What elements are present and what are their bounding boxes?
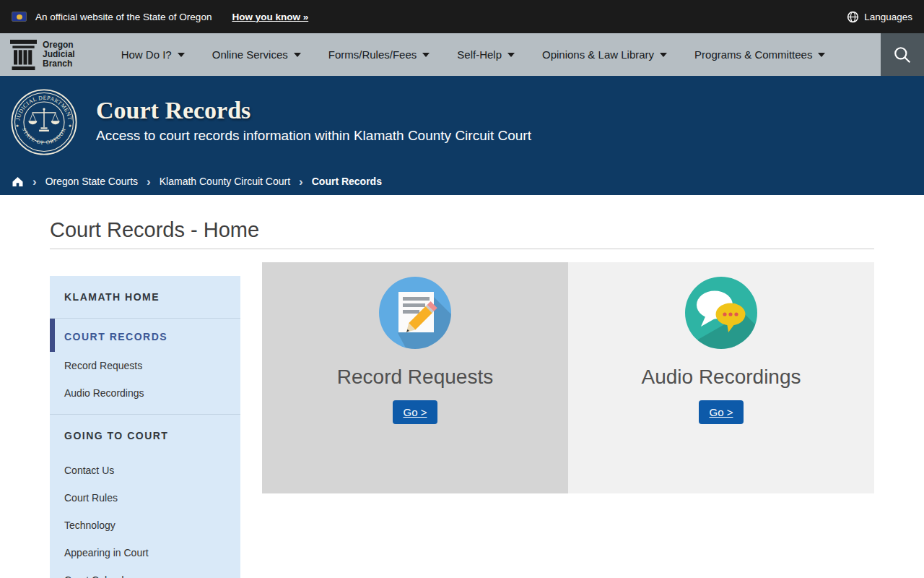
nav-item-online-services[interactable]: Online Services [199, 33, 315, 76]
courthouse-pillar-icon [10, 39, 37, 71]
breadcrumb: › Oregon State Courts › Klamath County C… [0, 168, 924, 195]
chevron-down-icon [294, 53, 301, 57]
main-navbar: Oregon Judicial Branch How Do I? Online … [0, 33, 924, 76]
search-button[interactable] [881, 33, 924, 76]
record-requests-icon [379, 277, 451, 349]
nav-item-opinions-law-library[interactable]: Opinions & Law Library [528, 33, 681, 76]
official-website-text: An official website of the State of Oreg… [35, 12, 212, 22]
breadcrumb-separator: › [32, 176, 37, 188]
seal-star-left: ★ [15, 124, 19, 128]
sidebar-item-appearing-in-court[interactable]: Appearing in Court [50, 539, 240, 566]
title-divider [50, 249, 874, 249]
sidebar-item-contact-us[interactable]: Contact Us [50, 457, 240, 484]
sidebar-item-going-to-court[interactable]: GOING TO COURT [50, 415, 240, 457]
home-icon[interactable] [12, 176, 24, 187]
oregon-flag-icon [12, 12, 27, 22]
globe-icon [847, 11, 859, 23]
breadcrumb-separator: › [299, 176, 303, 188]
chevron-down-icon [178, 53, 185, 57]
hero-subtitle: Access to court records information with… [96, 128, 531, 144]
record-requests-title: Record Requests [337, 366, 493, 389]
feature-cards: Record Requests Go > [262, 262, 874, 493]
ojb-logo-text: Oregon Judicial Branch [43, 40, 75, 69]
chevron-down-icon [507, 53, 515, 57]
sidebar-item-record-requests[interactable]: Record Requests [50, 352, 240, 379]
record-requests-go-button[interactable]: Go > [393, 400, 438, 424]
sidebar-item-court-calendars[interactable]: Court Calendars [50, 566, 240, 578]
hero-banner: JUDICIAL DEPARTMENT STATE OF OREGON ★ ★ … [0, 76, 924, 195]
how-you-know-link[interactable]: How you know » [232, 12, 308, 22]
search-icon [893, 46, 912, 64]
audio-recordings-card: Audio Recordings Go > [568, 262, 874, 493]
sidebar-item-court-rules[interactable]: Court Rules [50, 484, 240, 512]
sidebar: KLAMATH HOME COURT RECORDS Record Reques… [50, 276, 240, 578]
seal-star-right: ★ [69, 124, 72, 128]
nav-item-self-help[interactable]: Self-Help [443, 33, 528, 76]
nav-item-forms-rules-fees[interactable]: Forms/Rules/Fees [315, 33, 444, 76]
audio-recordings-title: Audio Recordings [641, 366, 801, 389]
official-state-bar: An official website of the State of Oreg… [0, 0, 924, 33]
audio-recordings-go-button[interactable]: Go > [699, 400, 744, 424]
hero-title: Court Records [96, 97, 531, 124]
ojb-logo[interactable]: Oregon Judicial Branch [10, 39, 75, 71]
page-title: Court Records - Home [50, 218, 874, 242]
breadcrumb-klamath-county-circuit-court[interactable]: Klamath County Circuit Court [160, 176, 290, 187]
chevron-down-icon [818, 53, 825, 57]
sidebar-item-audio-recordings[interactable]: Audio Recordings [50, 379, 240, 407]
breadcrumb-separator: › [147, 176, 151, 188]
breadcrumb-oregon-state-courts[interactable]: Oregon State Courts [45, 176, 138, 187]
nav-item-programs-committees[interactable]: Programs & Committees [681, 33, 839, 76]
main-content: Court Records - Home KLAMATH HOME COURT … [0, 218, 924, 578]
audio-recordings-icon [685, 277, 757, 349]
oregon-judicial-seal: JUDICIAL DEPARTMENT STATE OF OREGON ★ ★ [11, 89, 77, 155]
chevron-down-icon [660, 53, 667, 57]
chevron-down-icon [422, 53, 430, 57]
record-requests-card: Record Requests Go > [262, 262, 568, 493]
sidebar-item-klamath-home[interactable]: KLAMATH HOME [50, 276, 240, 318]
sidebar-item-technology[interactable]: Technology [50, 512, 240, 539]
sidebar-item-court-records[interactable]: COURT RECORDS [50, 319, 240, 352]
nav-item-how-do-i[interactable]: How Do I? [108, 33, 199, 76]
nav-menu: How Do I? Online Services Forms/Rules/Fe… [108, 33, 840, 76]
breadcrumb-court-records: Court Records [312, 176, 382, 187]
languages-label: Languages [864, 12, 912, 22]
languages-button[interactable]: Languages [847, 11, 912, 23]
